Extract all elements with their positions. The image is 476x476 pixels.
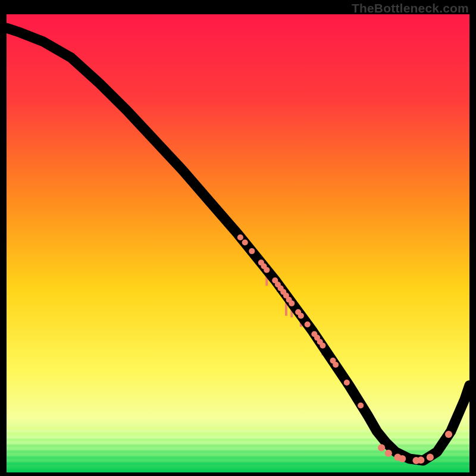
marker-dot bbox=[320, 343, 325, 349]
chart-stage: TheBottleneck.com bbox=[0, 0, 476, 476]
marker-dot bbox=[445, 431, 452, 438]
marker-dot bbox=[237, 234, 243, 240]
curve-layer bbox=[7, 14, 469, 472]
marker-dot bbox=[399, 455, 406, 462]
marker-dot bbox=[358, 403, 364, 409]
marker-dot bbox=[298, 313, 304, 319]
attribution-text: TheBottleneck.com bbox=[352, 1, 469, 15]
marker-dot bbox=[249, 248, 255, 254]
marker-dot bbox=[417, 456, 424, 464]
marker-dot bbox=[305, 321, 311, 327]
marker-dot bbox=[427, 454, 434, 461]
marker-dot bbox=[333, 362, 339, 368]
marker-dot bbox=[344, 380, 350, 386]
plot-frame bbox=[7, 14, 469, 472]
marker-dot bbox=[378, 444, 385, 451]
marker-dot bbox=[264, 267, 270, 273]
marker-dot bbox=[385, 450, 392, 457]
bottleneck-curve-path bbox=[7, 28, 469, 461]
marker-dot bbox=[242, 239, 248, 245]
marker-dot bbox=[289, 300, 295, 306]
